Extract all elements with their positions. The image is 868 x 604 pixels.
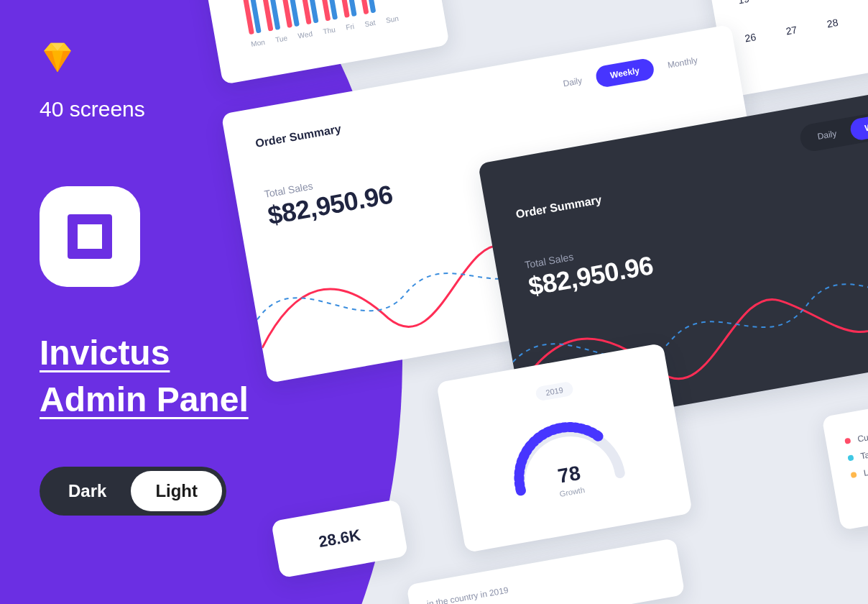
theme-light-option[interactable]: Light: [131, 471, 222, 511]
calendar-day[interactable]: 26: [735, 22, 765, 52]
bar-x-label: Sat: [364, 19, 377, 28]
bar-x-label: Mon: [250, 38, 265, 48]
promo-sidebar: 40 screens Invictus Admin Panel Dark Lig…: [40, 40, 249, 516]
product-title: Invictus Admin Panel: [40, 330, 249, 424]
theme-dark-option[interactable]: Dark: [44, 471, 131, 511]
calendar-day[interactable]: 27: [777, 15, 807, 45]
gauge-value: 78: [556, 462, 582, 488]
range-tabs-dark: Daily Weekly Monthly: [798, 96, 868, 153]
stat-card: 28.6K: [271, 499, 408, 578]
tab-daily-dark[interactable]: Daily: [802, 120, 853, 150]
bar-group: [278, 0, 300, 28]
calendar-day[interactable]: 20: [770, 0, 800, 7]
legend-dot-icon: [844, 438, 851, 444]
screens-count: 40 screens: [40, 97, 249, 122]
calendar-day[interactable]: 28: [818, 8, 848, 38]
bar-x-label: Tue: [274, 34, 288, 44]
calendar-day[interactable]: 19: [729, 0, 759, 14]
stat-value: 28.6K: [317, 526, 361, 552]
bar-group: [239, 0, 262, 35]
product-logo: [40, 186, 140, 287]
range-tabs: Daily Weekly Monthly: [547, 47, 714, 96]
gauge-year[interactable]: 2019: [535, 381, 574, 402]
legend-row: Current$50037%: [844, 402, 868, 447]
gauge-card: 2019 78 Growth: [436, 343, 693, 553]
title-line-1: Invictus: [40, 330, 249, 377]
bar-x-label: Sun: [385, 14, 399, 24]
logo-inner-square: [68, 214, 112, 259]
legend-dot-icon: [851, 472, 857, 478]
legend-label: Target: [860, 447, 868, 462]
bar: [355, 0, 369, 14]
country-text: in the country in 2019: [426, 558, 662, 604]
country-card: in the country in 2019: [406, 538, 685, 604]
bar-x-label: Thu: [323, 26, 336, 36]
tab-weekly-dark[interactable]: Weekly: [849, 110, 868, 142]
promo-canvas: 40 screens Invictus Admin Panel Dark Lig…: [0, 0, 868, 604]
title-line-2: Admin Panel: [40, 377, 249, 424]
tab-daily[interactable]: Daily: [547, 68, 598, 97]
bar-group: [355, 0, 376, 14]
legend-label: Lost: [863, 465, 868, 478]
legend-card: Current$50037%Target$50035%Lost$50028%: [821, 376, 868, 531]
legend-dot-icon: [847, 454, 854, 461]
bar-x-label: Fri: [345, 22, 354, 32]
bar-x-label: Wed: [297, 29, 313, 40]
theme-toggle[interactable]: Dark Light: [40, 467, 226, 516]
legend-label: Current: [857, 429, 868, 444]
sketch-icon: [40, 40, 75, 76]
